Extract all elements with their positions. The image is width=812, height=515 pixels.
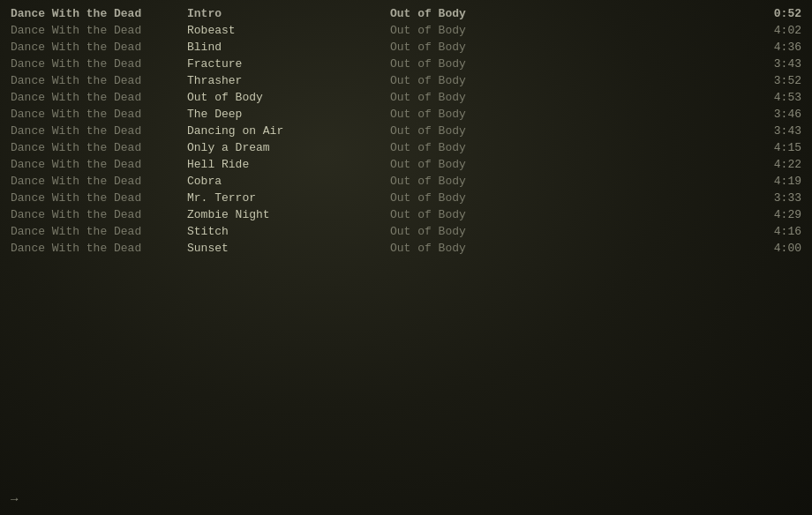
header-duration: 0:52 xyxy=(748,7,801,20)
track-artist: Dance With the Dead xyxy=(11,108,187,121)
track-album: Out of Body xyxy=(390,208,748,221)
table-row[interactable]: Dance With the DeadOut of BodyOut of Bod… xyxy=(0,89,812,106)
track-duration: 3:43 xyxy=(748,57,801,71)
track-title: Out of Body xyxy=(187,91,390,104)
track-title: Only a Dream xyxy=(187,141,390,154)
header-artist: Dance With the Dead xyxy=(11,7,187,20)
track-artist: Dance With the Dead xyxy=(11,24,187,37)
arrow-indicator: → xyxy=(11,492,18,506)
track-duration: 4:15 xyxy=(748,141,801,154)
track-album: Out of Body xyxy=(390,225,748,238)
track-duration: 4:53 xyxy=(748,91,801,104)
track-artist: Dance With the Dead xyxy=(11,225,187,238)
track-title: Stitch xyxy=(187,225,390,238)
table-header: Dance With the Dead Intro Out of Body 0:… xyxy=(0,5,812,22)
track-duration: 4:00 xyxy=(748,242,801,255)
track-album: Out of Body xyxy=(390,175,748,188)
track-title: The Deep xyxy=(187,108,390,121)
track-artist: Dance With the Dead xyxy=(11,41,187,54)
track-duration: 3:46 xyxy=(748,108,801,121)
track-duration: 4:16 xyxy=(748,225,801,238)
track-album: Out of Body xyxy=(390,108,748,121)
table-row[interactable]: Dance With the DeadSunsetOut of Body4:00 xyxy=(0,240,812,257)
track-artist: Dance With the Dead xyxy=(11,57,187,71)
track-duration: 4:22 xyxy=(748,158,801,171)
track-duration: 4:36 xyxy=(748,41,801,54)
table-row[interactable]: Dance With the DeadStitchOut of Body4:16 xyxy=(0,223,812,240)
track-artist: Dance With the Dead xyxy=(11,91,187,104)
track-duration: 3:43 xyxy=(748,124,801,138)
track-artist: Dance With the Dead xyxy=(11,74,187,87)
table-row[interactable]: Dance With the DeadHell RideOut of Body4… xyxy=(0,156,812,173)
track-title: Hell Ride xyxy=(187,158,390,171)
track-album: Out of Body xyxy=(390,74,748,87)
track-album: Out of Body xyxy=(390,191,748,205)
track-duration: 4:19 xyxy=(748,175,801,188)
track-duration: 3:33 xyxy=(748,191,801,205)
track-list: Dance With the Dead Intro Out of Body 0:… xyxy=(0,0,812,257)
track-album: Out of Body xyxy=(390,91,748,104)
track-duration: 4:02 xyxy=(748,24,801,37)
track-title: Robeast xyxy=(187,24,390,37)
table-row[interactable]: Dance With the DeadMr. TerrorOut of Body… xyxy=(0,190,812,206)
track-title: Blind xyxy=(187,41,390,54)
table-row[interactable]: Dance With the DeadThe DeepOut of Body3:… xyxy=(0,106,812,123)
track-artist: Dance With the Dead xyxy=(11,175,187,188)
track-artist: Dance With the Dead xyxy=(11,124,187,138)
track-title: Sunset xyxy=(187,242,390,255)
table-row[interactable]: Dance With the DeadOnly a DreamOut of Bo… xyxy=(0,139,812,156)
track-album: Out of Body xyxy=(390,41,748,54)
track-album: Out of Body xyxy=(390,24,748,37)
track-title: Fracture xyxy=(187,57,390,71)
track-title: Cobra xyxy=(187,175,390,188)
track-title: Thrasher xyxy=(187,74,390,87)
track-artist: Dance With the Dead xyxy=(11,141,187,154)
track-album: Out of Body xyxy=(390,124,748,138)
track-album: Out of Body xyxy=(390,158,748,171)
track-title: Dancing on Air xyxy=(187,124,390,138)
table-row[interactable]: Dance With the DeadCobraOut of Body4:19 xyxy=(0,173,812,190)
table-row[interactable]: Dance With the DeadZombie NightOut of Bo… xyxy=(0,206,812,223)
track-artist: Dance With the Dead xyxy=(11,158,187,171)
table-row[interactable]: Dance With the DeadDancing on AirOut of … xyxy=(0,123,812,139)
track-duration: 3:52 xyxy=(748,74,801,87)
track-artist: Dance With the Dead xyxy=(11,191,187,205)
track-duration: 4:29 xyxy=(748,208,801,221)
table-row[interactable]: Dance With the DeadBlindOut of Body4:36 xyxy=(0,39,812,56)
track-title: Zombie Night xyxy=(187,208,390,221)
track-title: Mr. Terror xyxy=(187,191,390,205)
track-artist: Dance With the Dead xyxy=(11,208,187,221)
table-row[interactable]: Dance With the DeadThrasherOut of Body3:… xyxy=(0,72,812,89)
track-album: Out of Body xyxy=(390,57,748,71)
track-album: Out of Body xyxy=(390,141,748,154)
header-title: Intro xyxy=(187,7,390,20)
track-album: Out of Body xyxy=(390,242,748,255)
table-row[interactable]: Dance With the DeadFractureOut of Body3:… xyxy=(0,56,812,72)
track-artist: Dance With the Dead xyxy=(11,242,187,255)
table-row[interactable]: Dance With the DeadRobeastOut of Body4:0… xyxy=(0,22,812,39)
header-album: Out of Body xyxy=(390,7,748,20)
